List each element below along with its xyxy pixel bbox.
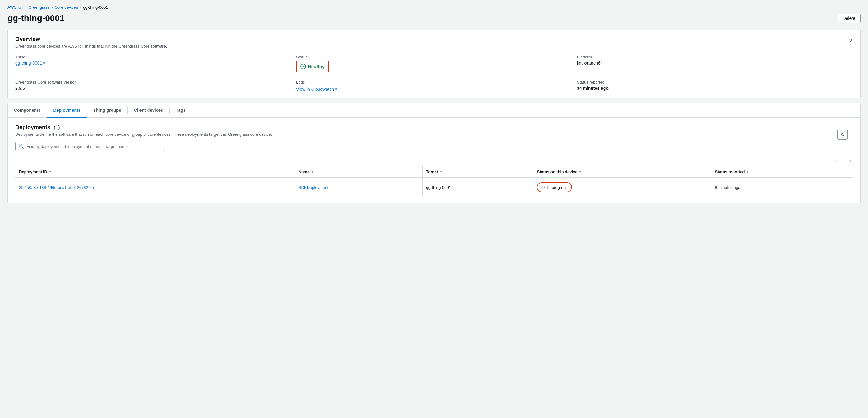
deployment-name-link[interactable]: SDKDeployment bbox=[299, 185, 329, 190]
overview-logs-value: View in Cloudwatch ⧉ bbox=[296, 87, 572, 92]
cloudwatch-link[interactable]: View in Cloudwatch ⧉ bbox=[296, 87, 337, 92]
status-box: ✓ Healthy bbox=[296, 61, 329, 72]
col-header-name: Name ▼ bbox=[294, 166, 422, 178]
deployments-refresh-button[interactable]: ↻ bbox=[837, 129, 848, 140]
overview-logs-label: Logs bbox=[296, 80, 572, 86]
check-circle-icon: ✓ bbox=[301, 64, 306, 69]
pagination-row: ‹ 1 › bbox=[834, 157, 853, 164]
breadcrumb-greengrass[interactable]: Greengrass bbox=[29, 5, 50, 10]
col-header-status-on-device: Status on this device ▼ bbox=[533, 166, 711, 178]
search-bar: 🔍 bbox=[15, 141, 164, 151]
col-header-target: Target ▼ bbox=[422, 166, 533, 178]
col-header-status-reported: Status reported ▼ bbox=[711, 166, 853, 178]
deployments-count: (1) bbox=[54, 125, 60, 130]
overview-software-label: Greengrass Core software version bbox=[15, 80, 291, 85]
table-header: Deployment ID ▼ Name ▼ T bbox=[15, 166, 853, 178]
cloudwatch-external-icon: ⧉ bbox=[335, 87, 337, 91]
cell-status-on-device: ⊙ In progress bbox=[533, 178, 711, 197]
thing-link[interactable]: gg-thing-0001 ⧉ bbox=[15, 61, 45, 66]
external-link-icon: ⧉ bbox=[43, 61, 45, 65]
sort-icon-deployment-id[interactable]: ▼ bbox=[49, 170, 52, 173]
sort-icon-name[interactable]: ▼ bbox=[311, 170, 314, 173]
overview-platform-value: linux/aarch64 bbox=[577, 61, 853, 66]
breadcrumb-sep-3: › bbox=[80, 5, 81, 10]
delete-button[interactable]: Delete bbox=[838, 14, 861, 23]
in-progress-icon: ⊙ bbox=[541, 185, 545, 190]
breadcrumb-current: gg-thing-0001 bbox=[83, 5, 108, 10]
breadcrumb-sep-1: › bbox=[26, 5, 27, 10]
cell-status-reported: 8 minutes ago bbox=[711, 178, 853, 197]
pagination-next-button[interactable]: › bbox=[847, 157, 853, 164]
in-progress-badge: ⊙ In progress bbox=[537, 182, 571, 192]
status-value: Healthy bbox=[308, 64, 324, 69]
overview-status-field: Status ✓ Healthy bbox=[296, 55, 572, 72]
in-progress-label: In progress bbox=[547, 185, 567, 190]
breadcrumb-aws-iot[interactable]: AWS IoT bbox=[7, 5, 24, 10]
page-title: gg-thing-0001 bbox=[7, 13, 65, 23]
breadcrumb-core-devices[interactable]: Core devices bbox=[54, 5, 78, 10]
breadcrumb: AWS IoT › Greengrass › Core devices › gg… bbox=[7, 5, 861, 10]
search-input[interactable] bbox=[26, 144, 161, 149]
overview-software-field: Greengrass Core software version 2.9.6 bbox=[15, 80, 291, 92]
deployments-subtitle: Deployments define the software that run… bbox=[15, 132, 272, 137]
status-healthy: ✓ Healthy bbox=[301, 64, 324, 69]
tab-thing-groups[interactable]: Thing groups bbox=[87, 103, 127, 118]
breadcrumb-sep-2: › bbox=[51, 5, 53, 10]
overview-thing-field: Thing gg-thing-0001 ⧉ bbox=[15, 55, 291, 72]
overview-status-reported-field: Status reported 34 minutes ago bbox=[577, 80, 853, 92]
col-header-deployment-id: Deployment ID ▼ bbox=[15, 166, 294, 178]
search-icon: 🔍 bbox=[19, 144, 24, 149]
tabs-container: Components Deployments Thing groups Clie… bbox=[7, 103, 861, 203]
cell-target: gg-thing-0001 bbox=[422, 178, 533, 197]
deployments-panel: Deployments (1) Deployments define the s… bbox=[7, 118, 861, 203]
overview-card: ↻ Overview Greengrass core devices are A… bbox=[7, 30, 861, 98]
tab-components[interactable]: Components bbox=[8, 103, 47, 118]
overview-refresh-button[interactable]: ↻ bbox=[845, 35, 855, 45]
tabs-bar: Components Deployments Thing groups Clie… bbox=[7, 103, 861, 118]
overview-thing-value: gg-thing-0001 ⧉ bbox=[15, 61, 291, 66]
pagination-prev-button[interactable]: ‹ bbox=[834, 157, 839, 164]
table-body: 2f24a0a8-e188-496d-bca1-abb4267827fb SDK… bbox=[15, 178, 853, 197]
pagination-current: 1 bbox=[842, 158, 844, 163]
sort-icon-status-on-device[interactable]: ▼ bbox=[579, 170, 582, 173]
cell-name: SDKDeployment bbox=[294, 178, 422, 197]
overview-platform-field: Platform linux/aarch64 bbox=[577, 55, 853, 72]
overview-platform-label: Platform bbox=[577, 55, 853, 59]
deployments-title: Deployments (1) bbox=[15, 124, 272, 131]
overview-title: Overview bbox=[15, 36, 853, 42]
tab-deployments[interactable]: Deployments bbox=[47, 103, 87, 118]
overview-thing-label: Thing bbox=[15, 55, 291, 59]
deployments-table: Deployment ID ▼ Name ▼ T bbox=[15, 166, 853, 197]
cell-deployment-id: 2f24a0a8-e188-496d-bca1-abb4267827fb bbox=[15, 178, 294, 197]
sort-icon-target[interactable]: ▼ bbox=[439, 170, 442, 173]
overview-status-reported-label: Status reported bbox=[577, 80, 853, 85]
overview-status-label: Status bbox=[296, 55, 572, 59]
tab-client-devices[interactable]: Client devices bbox=[128, 103, 169, 118]
overview-grid: Thing gg-thing-0001 ⧉ Status ✓ Healthy bbox=[15, 55, 853, 92]
overview-subtitle: Greengrass core devices are AWS IoT thin… bbox=[15, 44, 853, 49]
overview-logs-field: Logs View in Cloudwatch ⧉ bbox=[296, 80, 572, 92]
sort-icon-status-reported[interactable]: ▼ bbox=[746, 170, 749, 173]
overview-software-value: 2.9.6 bbox=[15, 86, 291, 91]
tab-tags[interactable]: Tags bbox=[169, 103, 192, 118]
page-title-row: gg-thing-0001 Delete bbox=[7, 13, 861, 23]
deployment-id-link[interactable]: 2f24a0a8-e188-496d-bca1-abb4267827fb bbox=[19, 185, 94, 190]
overview-status-reported-value: 34 minutes ago bbox=[577, 86, 853, 91]
table-row: 2f24a0a8-e188-496d-bca1-abb4267827fb SDK… bbox=[15, 178, 853, 197]
